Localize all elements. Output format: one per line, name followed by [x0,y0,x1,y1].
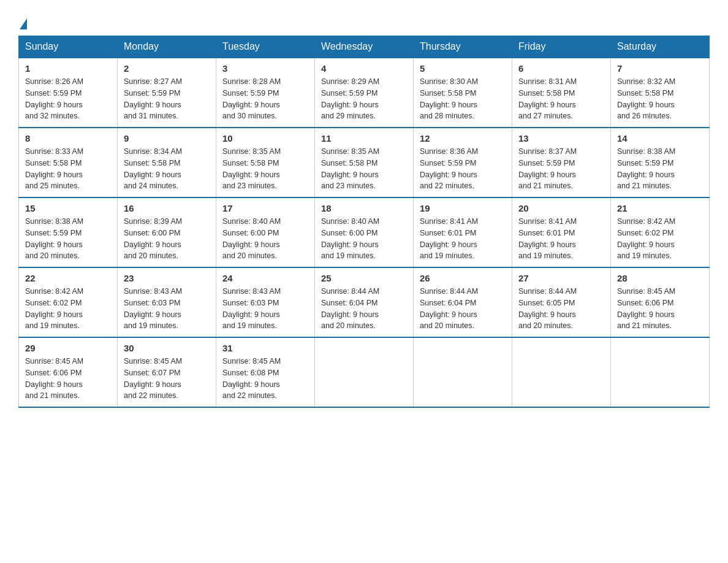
day-number: 20 [518,203,604,213]
calendar-week-row: 22 Sunrise: 8:42 AM Sunset: 6:02 PM Dayl… [19,267,710,337]
day-info: Sunrise: 8:42 AM Sunset: 6:02 PM Dayligh… [617,216,703,262]
calendar-cell: 26 Sunrise: 8:44 AM Sunset: 6:04 PM Dayl… [414,267,512,337]
day-info: Sunrise: 8:37 AM Sunset: 5:59 PM Dayligh… [518,146,604,192]
logo [18,12,28,29]
calendar-week-row: 15 Sunrise: 8:38 AM Sunset: 5:59 PM Dayl… [19,197,710,267]
weekday-header-monday: Monday [118,36,216,58]
weekday-header-saturday: Saturday [611,36,710,58]
day-info: Sunrise: 8:45 AM Sunset: 6:06 PM Dayligh… [25,356,111,402]
calendar-cell: 18 Sunrise: 8:40 AM Sunset: 6:00 PM Dayl… [315,197,414,267]
day-info: Sunrise: 8:44 AM Sunset: 6:05 PM Dayligh… [518,286,604,332]
calendar-cell: 21 Sunrise: 8:42 AM Sunset: 6:02 PM Dayl… [611,197,710,267]
day-info: Sunrise: 8:28 AM Sunset: 5:59 PM Dayligh… [222,76,308,122]
calendar-cell: 28 Sunrise: 8:45 AM Sunset: 6:06 PM Dayl… [611,267,710,337]
day-info: Sunrise: 8:29 AM Sunset: 5:59 PM Dayligh… [321,76,407,122]
day-info: Sunrise: 8:35 AM Sunset: 5:58 PM Dayligh… [222,146,308,192]
day-info: Sunrise: 8:39 AM Sunset: 6:00 PM Dayligh… [124,216,210,262]
day-info: Sunrise: 8:31 AM Sunset: 5:58 PM Dayligh… [518,76,604,122]
day-number: 12 [420,133,506,144]
day-info: Sunrise: 8:36 AM Sunset: 5:59 PM Dayligh… [420,146,506,192]
calendar-cell: 20 Sunrise: 8:41 AM Sunset: 6:01 PM Dayl… [512,197,611,267]
day-number: 6 [518,63,604,74]
day-number: 13 [518,133,604,144]
day-info: Sunrise: 8:45 AM Sunset: 6:07 PM Dayligh… [124,356,210,402]
calendar-cell: 7 Sunrise: 8:32 AM Sunset: 5:58 PM Dayli… [611,58,710,128]
calendar-cell: 14 Sunrise: 8:38 AM Sunset: 5:59 PM Dayl… [611,128,710,197]
day-number: 5 [420,63,506,74]
day-number: 8 [25,133,111,144]
calendar-cell: 29 Sunrise: 8:45 AM Sunset: 6:06 PM Dayl… [19,337,118,407]
day-info: Sunrise: 8:44 AM Sunset: 6:04 PM Dayligh… [321,286,407,332]
calendar-cell [414,337,512,407]
calendar-cell: 19 Sunrise: 8:41 AM Sunset: 6:01 PM Dayl… [414,197,512,267]
day-number: 3 [222,63,308,74]
day-info: Sunrise: 8:40 AM Sunset: 6:00 PM Dayligh… [222,216,308,262]
day-info: Sunrise: 8:38 AM Sunset: 5:59 PM Dayligh… [617,146,703,192]
day-number: 19 [420,203,506,213]
calendar-week-row: 8 Sunrise: 8:33 AM Sunset: 5:58 PM Dayli… [19,128,710,197]
calendar-cell: 5 Sunrise: 8:30 AM Sunset: 5:58 PM Dayli… [414,58,512,128]
calendar-cell: 23 Sunrise: 8:43 AM Sunset: 6:03 PM Dayl… [118,267,216,337]
calendar-cell [611,337,710,407]
calendar-cell: 4 Sunrise: 8:29 AM Sunset: 5:59 PM Dayli… [315,58,414,128]
day-number: 18 [321,203,407,213]
day-number: 2 [124,63,210,74]
day-number: 29 [25,343,111,353]
calendar-cell: 15 Sunrise: 8:38 AM Sunset: 5:59 PM Dayl… [19,197,118,267]
calendar-cell: 13 Sunrise: 8:37 AM Sunset: 5:59 PM Dayl… [512,128,611,197]
calendar-cell: 3 Sunrise: 8:28 AM Sunset: 5:59 PM Dayli… [216,58,315,128]
calendar-cell [512,337,611,407]
day-info: Sunrise: 8:38 AM Sunset: 5:59 PM Dayligh… [25,216,111,262]
calendar-cell: 10 Sunrise: 8:35 AM Sunset: 5:58 PM Dayl… [216,128,315,197]
calendar-cell: 6 Sunrise: 8:31 AM Sunset: 5:58 PM Dayli… [512,58,611,128]
calendar-cell: 16 Sunrise: 8:39 AM Sunset: 6:00 PM Dayl… [118,197,216,267]
weekday-header-sunday: Sunday [19,36,118,58]
calendar-cell: 8 Sunrise: 8:33 AM Sunset: 5:58 PM Dayli… [19,128,118,197]
calendar-cell: 25 Sunrise: 8:44 AM Sunset: 6:04 PM Dayl… [315,267,414,337]
day-info: Sunrise: 8:30 AM Sunset: 5:58 PM Dayligh… [420,76,506,122]
calendar-cell: 12 Sunrise: 8:36 AM Sunset: 5:59 PM Dayl… [414,128,512,197]
calendar-week-row: 29 Sunrise: 8:45 AM Sunset: 6:06 PM Dayl… [19,337,710,407]
weekday-header-wednesday: Wednesday [315,36,414,58]
day-number: 22 [25,273,111,283]
logo-triangle-icon [20,18,27,29]
day-number: 30 [124,343,210,353]
day-number: 31 [222,343,308,353]
day-info: Sunrise: 8:45 AM Sunset: 6:08 PM Dayligh… [222,356,308,402]
calendar-cell: 24 Sunrise: 8:43 AM Sunset: 6:03 PM Dayl… [216,267,315,337]
calendar-table: SundayMondayTuesdayWednesdayThursdayFrid… [18,36,710,408]
calendar-cell: 11 Sunrise: 8:35 AM Sunset: 5:58 PM Dayl… [315,128,414,197]
day-info: Sunrise: 8:42 AM Sunset: 6:02 PM Dayligh… [25,286,111,332]
calendar-cell: 30 Sunrise: 8:45 AM Sunset: 6:07 PM Dayl… [118,337,216,407]
calendar-cell: 17 Sunrise: 8:40 AM Sunset: 6:00 PM Dayl… [216,197,315,267]
day-info: Sunrise: 8:32 AM Sunset: 5:58 PM Dayligh… [617,76,703,122]
calendar-cell: 9 Sunrise: 8:34 AM Sunset: 5:58 PM Dayli… [118,128,216,197]
day-info: Sunrise: 8:33 AM Sunset: 5:58 PM Dayligh… [25,146,111,192]
day-number: 15 [25,203,111,213]
weekday-header-tuesday: Tuesday [216,36,315,58]
weekday-header-thursday: Thursday [414,36,512,58]
calendar-cell: 22 Sunrise: 8:42 AM Sunset: 6:02 PM Dayl… [19,267,118,337]
day-number: 9 [124,133,210,144]
weekday-header-row: SundayMondayTuesdayWednesdayThursdayFrid… [19,36,710,58]
calendar-week-row: 1 Sunrise: 8:26 AM Sunset: 5:59 PM Dayli… [19,58,710,128]
day-number: 11 [321,133,407,144]
calendar-cell: 2 Sunrise: 8:27 AM Sunset: 5:59 PM Dayli… [118,58,216,128]
day-info: Sunrise: 8:27 AM Sunset: 5:59 PM Dayligh… [124,76,210,122]
day-number: 4 [321,63,407,74]
weekday-header-friday: Friday [512,36,611,58]
day-info: Sunrise: 8:40 AM Sunset: 6:00 PM Dayligh… [321,216,407,262]
day-info: Sunrise: 8:44 AM Sunset: 6:04 PM Dayligh… [420,286,506,332]
day-number: 21 [617,203,703,213]
day-info: Sunrise: 8:35 AM Sunset: 5:58 PM Dayligh… [321,146,407,192]
day-number: 27 [518,273,604,283]
calendar-cell: 31 Sunrise: 8:45 AM Sunset: 6:08 PM Dayl… [216,337,315,407]
day-info: Sunrise: 8:41 AM Sunset: 6:01 PM Dayligh… [420,216,506,262]
calendar-cell [315,337,414,407]
day-info: Sunrise: 8:45 AM Sunset: 6:06 PM Dayligh… [617,286,703,332]
day-info: Sunrise: 8:41 AM Sunset: 6:01 PM Dayligh… [518,216,604,262]
day-number: 25 [321,273,407,283]
day-info: Sunrise: 8:43 AM Sunset: 6:03 PM Dayligh… [222,286,308,332]
logo-text [18,18,28,29]
day-number: 23 [124,273,210,283]
